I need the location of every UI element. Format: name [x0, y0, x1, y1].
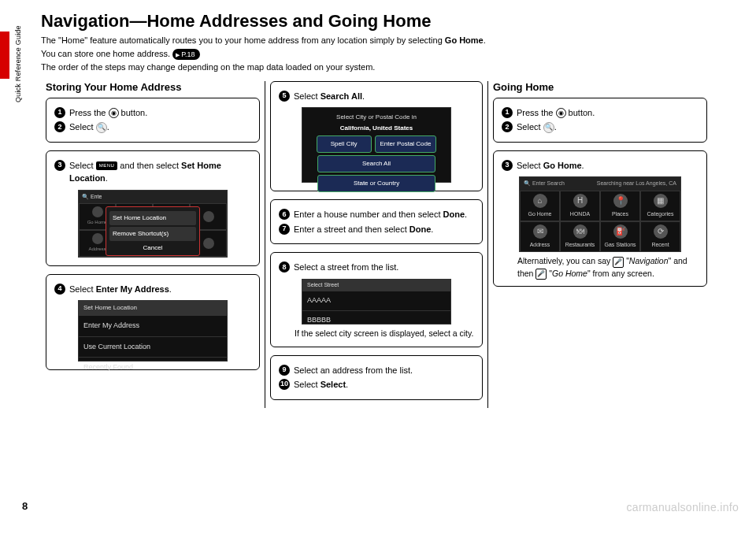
page-title: Navigation—Home Addresses and Going Home: [41, 11, 739, 32]
step-1-text: Press the ◉ button.: [69, 106, 251, 120]
gh-step-badge-3: 3: [502, 160, 513, 171]
step-badge-4: 4: [54, 284, 65, 295]
step-badge-9: 9: [279, 365, 290, 376]
column-1: Storing Your Home Address 1 Press the ◉ …: [41, 81, 265, 379]
screenshot-search-all: Select City or Postal Code in California…: [302, 107, 451, 183]
gh-step-2-text: Select 🔍.: [517, 121, 699, 134]
card-step-5: 5 Select Search All. Select City or Post…: [270, 81, 483, 192]
side-red-tab: [0, 32, 9, 79]
voice-icon: 🎤: [613, 257, 624, 268]
step-badge-1: 1: [54, 107, 65, 118]
search-icon: 🔍: [96, 122, 107, 133]
search-icon: 🔍: [543, 122, 554, 133]
card-steps-9-10: 9 Select an address from the list. 10 Se…: [270, 355, 483, 400]
card-step-4: 4 Select Enter My Address. Set Home Loca…: [46, 274, 260, 371]
card-gh-steps-1-2: 1 Press the ◉ button. 2 Select 🔍.: [493, 98, 707, 143]
nav-button-icon: ◉: [556, 108, 566, 118]
screenshot-go-home: 🔍 Enter SearchSearching near Los Angeles…: [519, 176, 681, 252]
step-8-note: If the select city screen is displayed, …: [279, 326, 474, 340]
col1-heading: Storing Your Home Address: [46, 81, 260, 93]
step-badge-7: 7: [279, 224, 290, 235]
gh-alt-note: Alternatively, you can say 🎤 "Navigation…: [502, 254, 699, 279]
step-badge-5: 5: [279, 91, 290, 102]
column-3: Going Home 1 Press the ◉ button. 2 Selec…: [488, 81, 712, 295]
col3-heading: Going Home: [493, 81, 707, 93]
card-step-8: 8 Select a street from the list. Select …: [270, 252, 483, 347]
section-label: Quick Reference Guide: [14, 25, 22, 102]
intro-line-1: The "Home" feature automatically routes …: [41, 35, 739, 46]
card-gh-step-3: 3 Select Go Home. 🔍 Enter SearchSearchin…: [493, 150, 707, 287]
step-5-text: Select Search All.: [294, 90, 474, 103]
step-9-text: Select an address from the list.: [294, 364, 474, 377]
page-content: Navigation—Home Addresses and Going Home…: [41, 11, 739, 408]
step-badge-2: 2: [54, 121, 65, 132]
step-badge-6: 6: [279, 209, 290, 220]
step-badge-10: 10: [279, 379, 290, 390]
step-8-text: Select a street from the list.: [294, 261, 474, 274]
step-2-text: Select 🔍.: [69, 121, 251, 134]
card-steps-1-2: 1 Press the ◉ button. 2 Select 🔍.: [46, 98, 260, 143]
screenshot-street-list: Select Street AAAAA BBBBB: [302, 279, 451, 324]
nav-button-icon: ◉: [109, 108, 119, 118]
screenshot-set-home-menu: 🔍 Ente Go Home Categories Address Set Ho…: [78, 190, 228, 258]
step-10-text: Select Select.: [294, 378, 474, 391]
gh-step-3-text: Select Go Home.: [517, 159, 699, 172]
column-2: 5 Select Search All. Select City or Post…: [265, 81, 488, 408]
voice-icon: 🎤: [536, 269, 547, 280]
watermark: carmanualsonline.info: [627, 501, 739, 514]
step-badge-8: 8: [279, 261, 290, 273]
page-number: 8: [22, 500, 28, 512]
step-4-text: Select Enter My Address.: [69, 283, 251, 296]
intro-line-3: The order of the steps may change depend…: [41, 61, 739, 73]
screenshot-enter-my-address: Set Home Location Enter My Address Use C…: [78, 300, 228, 362]
card-steps-6-7: 6 Enter a house number and then select D…: [270, 199, 483, 244]
menu-button-icon: MENU: [96, 161, 118, 170]
card-step-3: 3 Select MENU and then select Set Home L…: [46, 150, 260, 266]
columns: Storing Your Home Address 1 Press the ◉ …: [41, 81, 739, 408]
step-6-text: Enter a house number and then select Don…: [294, 208, 474, 221]
gh-step-badge-1: 1: [502, 107, 513, 118]
step-3-text: Select MENU and then select Set Home Loc…: [69, 159, 251, 185]
gh-step-1-text: Press the ◉ button.: [517, 106, 699, 120]
gh-step-badge-2: 2: [502, 121, 513, 132]
intro-block: The "Home" feature automatically routes …: [41, 35, 739, 73]
page-ref-badge: P.18: [172, 49, 199, 60]
step-badge-3: 3: [54, 160, 65, 171]
step-7-text: Enter a street and then select Done.: [294, 223, 474, 236]
intro-line-2: You can store one home address. P.18: [41, 48, 739, 60]
